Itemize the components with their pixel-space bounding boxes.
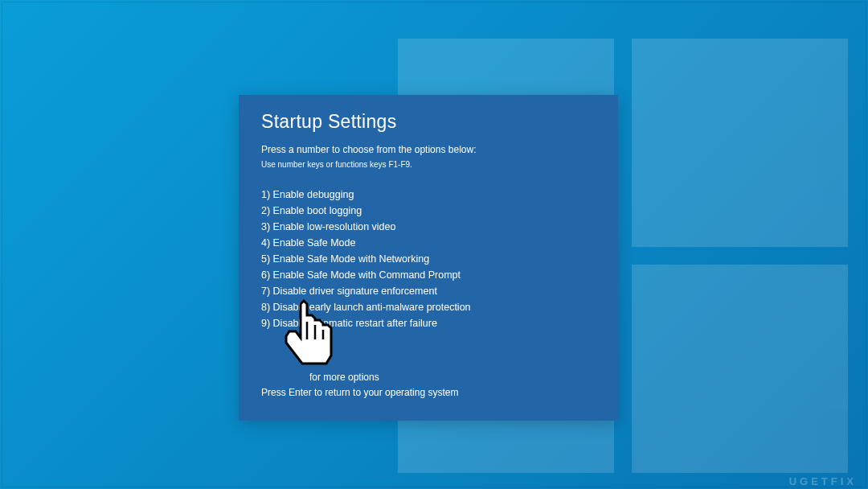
- option-1-debugging[interactable]: 1) Enable debugging: [261, 187, 596, 203]
- panel-title: Startup Settings: [261, 111, 596, 133]
- footer-press-enter: Press Enter to return to your operating …: [261, 385, 596, 401]
- startup-options-list: 1) Enable debugging 2) Enable boot loggi…: [261, 187, 596, 331]
- option-6-safe-mode-cmd[interactable]: 6) Enable Safe Mode with Command Prompt: [261, 267, 596, 283]
- footer-more-options: for more options: [261, 370, 596, 385]
- watermark-text: UGETFIX: [789, 475, 857, 487]
- panel-footer: for more options Press Enter to return t…: [261, 370, 596, 401]
- option-5-safe-mode-networking[interactable]: 5) Enable Safe Mode with Networking: [261, 251, 596, 267]
- option-7-disable-driver-sig[interactable]: 7) Disable driver signature enforcement: [261, 283, 596, 299]
- option-2-boot-logging[interactable]: 2) Enable boot logging: [261, 203, 596, 219]
- panel-hint: Use number keys or functions keys F1-F9.: [261, 160, 596, 169]
- startup-settings-panel: Startup Settings Press a number to choos…: [239, 95, 618, 421]
- option-3-low-resolution[interactable]: 3) Enable low-resolution video: [261, 219, 596, 235]
- panel-subtitle: Press a number to choose from the option…: [261, 144, 596, 155]
- option-4-safe-mode[interactable]: 4) Enable Safe Mode: [261, 235, 596, 251]
- option-9-disable-auto-restart[interactable]: 9) Disable automatic restart after failu…: [261, 315, 596, 331]
- option-8-disable-antimalware[interactable]: 8) Disable early launch anti-malware pro…: [261, 299, 596, 315]
